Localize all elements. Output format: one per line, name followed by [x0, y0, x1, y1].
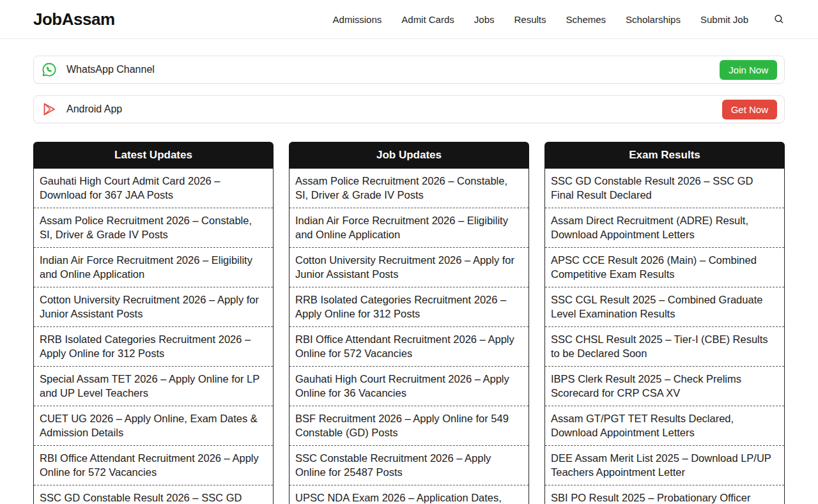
nav-schemes[interactable]: Schemes: [566, 14, 606, 25]
list-item[interactable]: Assam Direct Recruitment (ADRE) Result, …: [545, 208, 784, 247]
list-item[interactable]: Gauhati High Court Admit Card 2026 – Dow…: [34, 169, 273, 208]
site-logo[interactable]: JobAssam: [33, 10, 115, 29]
nav-results[interactable]: Results: [514, 14, 546, 25]
latest-updates-column: Latest Updates Gauhati High Court Admit …: [33, 142, 274, 504]
get-now-button[interactable]: Get Now: [722, 100, 777, 119]
exam-results-column: Exam Results SSC GD Constable Result 202…: [544, 142, 785, 504]
list-item[interactable]: Assam Police Recruitment 2026 – Constabl…: [289, 169, 529, 208]
nav-jobs[interactable]: Jobs: [474, 14, 495, 25]
list-item[interactable]: SSC CGL Result 2025 – Combined Graduate …: [545, 287, 784, 326]
android-banner: Android App Get Now: [33, 95, 785, 123]
list-item[interactable]: IBPS Clerk Result 2025 – Check Prelims S…: [545, 366, 784, 406]
job-updates-list: Assam Police Recruitment 2026 – Constabl…: [289, 169, 529, 504]
list-item[interactable]: SSC Constable Recruitment 2026 – Apply O…: [289, 445, 529, 485]
list-item[interactable]: Cotton University Recruitment 2026 – App…: [34, 287, 273, 326]
android-banner-label: Android App: [66, 103, 122, 115]
nav-admit-cards[interactable]: Admit Cards: [401, 14, 454, 25]
list-item[interactable]: DEE Assam Merit List 2025 – Download LP/…: [545, 445, 784, 485]
latest-updates-list: Gauhati High Court Admit Card 2026 – Dow…: [33, 169, 274, 504]
page-content: WhatsApp Channel Join Now Android App Ge…: [0, 56, 818, 504]
list-item[interactable]: UPSC NDA Exam 2026 – Application Dates, …: [289, 485, 529, 504]
whatsapp-banner: WhatsApp Channel Join Now: [33, 56, 785, 84]
play-store-icon: [42, 102, 57, 117]
job-updates-column: Job Updates Assam Police Recruitment 202…: [289, 142, 529, 504]
list-item[interactable]: Special Assam TET 2026 – Apply Online fo…: [34, 366, 273, 406]
whatsapp-banner-label: WhatsApp Channel: [66, 64, 155, 75]
nav-submit-job[interactable]: Submit Job: [700, 14, 748, 25]
whatsapp-icon: [42, 62, 57, 77]
list-item[interactable]: RBI Office Attendant Recruitment 2026 – …: [289, 326, 529, 366]
main-nav: Admissions Admit Cards Jobs Results Sche…: [333, 13, 785, 25]
nav-admissions[interactable]: Admissions: [333, 14, 382, 25]
column-title-exam-results: Exam Results: [544, 142, 785, 169]
search-icon[interactable]: [773, 13, 785, 25]
list-item[interactable]: CUET UG 2026 – Apply Online, Exam Dates …: [34, 406, 273, 445]
list-item[interactable]: Indian Air Force Recruitment 2026 – Elig…: [289, 208, 529, 247]
list-item[interactable]: Gauhati High Court Recruitment 2026 – Ap…: [289, 366, 529, 406]
column-title-job-updates: Job Updates: [289, 142, 529, 169]
list-item[interactable]: SSC GD Constable Result 2026 – SSC GD Fi…: [545, 169, 784, 208]
columns-grid: Latest Updates Gauhati High Court Admit …: [33, 142, 785, 504]
site-header: JobAssam Admissions Admit Cards Jobs Res…: [0, 0, 818, 39]
nav-scholarships[interactable]: Scholarships: [626, 14, 681, 25]
list-item[interactable]: SSC GD Constable Result 2026 – SSC GD Fi…: [34, 485, 273, 504]
list-item[interactable]: Cotton University Recruitment 2026 – App…: [289, 247, 529, 287]
column-title-latest-updates: Latest Updates: [33, 142, 274, 169]
list-item[interactable]: BSF Recruitment 2026 – Apply Online for …: [289, 406, 529, 445]
join-now-button[interactable]: Join Now: [720, 60, 777, 80]
list-item[interactable]: SSC CHSL Result 2025 – Tier-I (CBE) Resu…: [545, 326, 784, 366]
list-item[interactable]: RRB Isolated Categories Recruitment 2026…: [34, 326, 273, 366]
list-item[interactable]: SBI PO Result 2025 – Probationary Office…: [545, 485, 784, 504]
list-item[interactable]: Assam GT/PGT TET Results Declared, Downl…: [545, 406, 784, 445]
list-item[interactable]: Assam Police Recruitment 2026 – Constabl…: [34, 208, 273, 247]
list-item[interactable]: Indian Air Force Recruitment 2026 – Elig…: [34, 247, 273, 287]
exam-results-list: SSC GD Constable Result 2026 – SSC GD Fi…: [544, 169, 785, 504]
list-item[interactable]: RBI Office Attendant Recruitment 2026 – …: [34, 445, 273, 485]
list-item[interactable]: RRB Isolated Categories Recruitment 2026…: [289, 287, 529, 326]
list-item[interactable]: APSC CCE Result 2026 (Main) – Combined C…: [545, 247, 784, 287]
